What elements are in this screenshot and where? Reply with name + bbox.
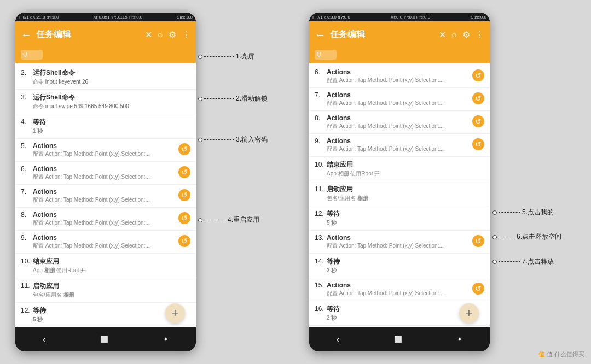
right-search-icon[interactable]: ⌕ [451, 30, 457, 39]
list-item: 3. 运行Shell命令 命令 input swipe 549 1665 549… [15, 90, 196, 114]
annotation-dot [493, 260, 497, 264]
nav-home-icon[interactable]: ⬜ [100, 336, 108, 343]
watermark-icon: 值 [538, 350, 544, 359]
right-close-icon[interactable]: ✕ [439, 30, 446, 40]
nav-recent-icon[interactable]: ✦ [163, 336, 169, 343]
left-search-icon[interactable]: ⌕ [158, 30, 163, 39]
status-left: P:0/1 dX:21.0 dY:0.0 [19, 15, 59, 20]
task-desc: 配置 Action: Tap Method: Point (x,y) Selec… [33, 219, 178, 227]
right-phone: P:0/1 dX:3.0 dY:0.0 Xr:0.0 Yr:0.0 Prs:0.… [309, 13, 490, 351]
task-title: 启动应用 [327, 185, 353, 194]
nav-recent-icon[interactable]: ✦ [457, 336, 462, 343]
task-desc: 配置 Action: Tap Method: Point (x,y) Selec… [33, 173, 178, 181]
left-bottom-nav: ‹ ⬜ ✦ [15, 327, 196, 351]
status-middle: Xr:0.0 Yr:0.0 Prs:0.0 [391, 15, 430, 20]
task-action-button[interactable]: ↺ [178, 143, 190, 155]
annotation-line [499, 261, 520, 262]
right-menu-icon[interactable]: ⋮ [476, 30, 484, 40]
list-item: 8. Actions 配置 Action: Tap Method: Point … [15, 208, 196, 231]
task-item-content: 5. Actions 配置 Action: Tap Method: Point … [21, 142, 178, 158]
task-title: Actions [327, 137, 351, 145]
task-action-button[interactable]: ↺ [472, 115, 484, 127]
task-title: Actions [327, 281, 351, 289]
task-action-button[interactable]: ↺ [472, 235, 484, 247]
left-close-icon[interactable]: ✕ [145, 30, 152, 40]
list-item: 4. 等待 1 秒 [15, 114, 196, 139]
list-item: 9.Actions配置 Action: Tap Method: Point (x… [309, 134, 490, 157]
task-number: 14. [315, 257, 325, 265]
annotation-dot [198, 218, 202, 222]
list-item: 5. Actions 配置 Action: Tap Method: Point … [15, 139, 196, 162]
annotation-2: 2.滑动解锁 [198, 94, 268, 103]
annotation-3: 3.输入密码 [198, 135, 268, 144]
left-settings-icon[interactable]: ⚙ [169, 30, 176, 40]
annotation-dot [493, 235, 497, 239]
task-number: 6. [21, 165, 31, 173]
task-desc: 包名/应用名 相册 [327, 195, 484, 202]
watermark-text: 值 什么值得买 [547, 350, 584, 359]
right-annotations: 5.点击我的 6.点击释放空间 7.点击释放 [493, 208, 561, 266]
right-back-button[interactable]: ← [315, 28, 326, 41]
annotation-1: 1.亮屏 [198, 52, 268, 61]
task-item-content: 4. 等待 1 秒 [21, 118, 190, 135]
left-status-bar: P:0/1 dX:21.0 dY:0.0 Xr:0.051 Yr:0.115 P… [15, 13, 196, 21]
left-fab-button[interactable]: + [165, 303, 185, 323]
task-number: 9. [315, 137, 325, 145]
nav-home-icon[interactable]: ⬜ [394, 336, 402, 343]
status-left: P:0/1 dX:3.0 dY:0.0 [312, 15, 350, 20]
nav-back-icon[interactable]: ‹ [337, 334, 340, 345]
left-menu-icon[interactable]: ⋮ [182, 30, 190, 40]
task-number: 10. [21, 257, 31, 265]
task-title: 启动应用 [33, 281, 59, 291]
task-desc: 包名/应用名 相册 [33, 291, 190, 299]
right-fab-button[interactable]: + [459, 303, 479, 323]
task-action-button[interactable]: ↺ [472, 92, 484, 104]
task-desc: 配置 Action: Tap Method: Point (x,y) Selec… [327, 99, 472, 107]
list-item: 8.Actions配置 Action: Tap Method: Point (x… [309, 111, 490, 134]
annotation-dot [198, 138, 202, 142]
right-app-header: ← 任务编辑 ✕ ⌕ ⚙ ⋮ [309, 21, 490, 48]
annotation-line [204, 98, 234, 99]
task-action-button[interactable]: ↺ [472, 69, 484, 81]
list-item: 2. 运行Shell命令 命令 input keyevent 26 [15, 65, 196, 90]
right-search-input[interactable] [315, 50, 337, 60]
status-right: Size:0.0 [177, 15, 193, 20]
task-desc: 1 秒 [33, 127, 190, 135]
task-desc: 配置 Action: Tap Method: Point (x,y) Selec… [33, 196, 178, 204]
task-title: Actions [327, 234, 351, 242]
right-task-list: 6.Actions配置 Action: Tap Method: Point (x… [309, 63, 490, 328]
task-action-button[interactable]: ↺ [178, 166, 190, 178]
list-item: 11. 启动应用 包名/应用名 相册 [15, 278, 196, 303]
task-number: 2. [21, 69, 31, 77]
right-settings-icon[interactable]: ⚙ [462, 30, 470, 40]
task-action-button[interactable]: ↺ [178, 212, 190, 224]
annotation-label: 1.亮屏 [236, 52, 254, 61]
list-item: 11.启动应用包名/应用名 相册 [309, 181, 490, 206]
list-item: 7. Actions 配置 Action: Tap Method: Point … [15, 185, 196, 208]
task-title: 结束应用 [327, 160, 353, 169]
task-desc: 命令 input swipe 549 1665 549 800 500 [33, 103, 190, 110]
task-desc: 配置 Action: Tap Method: Point (x,y) Selec… [327, 290, 472, 297]
task-desc: 配置 Action: Tap Method: Point (x,y) Selec… [327, 145, 472, 153]
nav-back-icon[interactable]: ‹ [43, 334, 46, 345]
annotation-4: 4.重启应用 [198, 215, 268, 225]
task-action-button[interactable]: ↺ [178, 189, 190, 201]
list-item: 9. Actions 配置 Action: Tap Method: Point … [15, 231, 196, 254]
task-action-button[interactable]: ↺ [472, 138, 484, 150]
left-back-button[interactable]: ← [21, 28, 32, 41]
task-action-button[interactable]: ↺ [178, 235, 190, 247]
left-task-list: 2. 运行Shell命令 命令 input keyevent 26 3. 运行S… [15, 63, 196, 328]
task-item-content: 11. 启动应用 包名/应用名 相册 [21, 281, 190, 299]
task-action-button[interactable]: ↺ [472, 283, 484, 295]
right-status-bar: P:0/1 dX:3.0 dY:0.0 Xr:0.0 Yr:0.0 Prs:0.… [309, 13, 490, 21]
task-number: 11. [315, 185, 325, 193]
right-header-icons: ✕ ⌕ ⚙ ⋮ [439, 30, 484, 40]
left-search-input[interactable] [21, 50, 43, 60]
task-item-content: 8. Actions 配置 Action: Tap Method: Point … [21, 211, 178, 227]
task-item-content: 10. 结束应用 App 相册 使用Root 开 [21, 257, 190, 274]
list-item: 7.Actions配置 Action: Tap Method: Point (x… [309, 88, 490, 111]
task-number: 15. [315, 281, 325, 289]
task-item-content: 2. 运行Shell命令 命令 input keyevent 26 [21, 68, 190, 86]
task-number: 16. [315, 305, 325, 313]
task-desc: 配置 Action: Tap Method: Point (x,y) Selec… [327, 122, 472, 130]
